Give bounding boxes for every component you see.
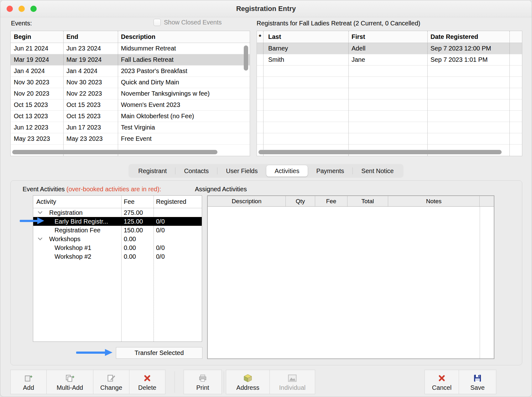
activity-name: Workshop #1 [55,244,91,251]
activities-column-activity: Activity [33,198,121,205]
event-begin: Nov 30 2023 [11,79,63,86]
event-row-selected[interactable]: Mar 19 2024 Mar 19 2024 Fall Ladies Retr… [11,54,250,66]
window-title: Registration Entry [0,0,532,17]
event-begin: Jun 21 2024 [11,45,63,52]
registrant-empty-row [257,88,522,99]
activity-row-selected[interactable]: Early Bird Registr... 125.00 0/0 [33,217,202,226]
activity-fee: 0.00 [121,236,154,243]
event-end: Nov 22 2023 [63,90,118,97]
add-button[interactable]: Add [10,370,47,394]
chevron-down-icon[interactable] [38,209,42,214]
column-separator [63,31,64,156]
activity-row[interactable]: Registration Fee 150.00 0/0 [33,226,202,235]
event-end: Mar 19 2024 [63,56,118,63]
overbooked-note: (over-booked activities are in red): [66,186,161,193]
event-description: Quick and Dirty Main [118,79,250,86]
registrants-column-date[interactable]: Date Registered [427,33,522,40]
activity-registered: 0/0 [154,218,202,225]
registrants-column-last[interactable]: Last [263,33,348,40]
activity-fee: 0.00 [121,253,154,260]
tab-contacts[interactable]: Contacts [175,165,217,177]
scrollbar-track-line [480,207,480,358]
assigned-column-description: Description [208,196,286,206]
vertical-scrollbar-thumb[interactable] [244,45,248,71]
zoom-window-button[interactable] [30,6,37,12]
activity-name: Registration Fee [55,227,101,234]
activity-row[interactable]: Workshop #2 0.00 0/0 [33,252,202,261]
individual-button[interactable]: Individual [269,370,315,394]
activity-fee: 125.00 [121,218,154,225]
event-end: Jun 17 2023 [63,124,118,131]
multi-add-button[interactable]: Multi-Add [46,370,93,394]
event-row[interactable]: Jun 12 2023 Jun 17 2023 Test Virginia [11,122,250,133]
event-begin: Oct 15 2023 [11,101,63,109]
horizontal-scrollbar-thumb[interactable] [258,150,502,154]
event-row[interactable]: Oct 15 2023 Oct 15 2023 Women's Event 20… [11,99,250,111]
activities-column-registered: Registered [154,198,202,205]
save-icon [473,373,482,383]
transfer-selected-button[interactable]: Transfer Selected [116,347,202,359]
event-end: Nov 30 2023 [63,79,118,86]
add-icon [24,373,33,383]
registrant-first: Adell [348,45,427,52]
chevron-down-icon[interactable] [38,236,42,240]
column-separator [263,31,263,156]
assigned-column-total: Total [347,196,388,206]
cancel-button[interactable]: Cancel [425,370,459,394]
tab-user-fields[interactable]: User Fields [217,165,266,177]
event-row[interactable]: May 23 2023 May 23 2023 Free Event [11,133,250,145]
change-button[interactable]: Change [93,370,129,394]
registrants-column-first[interactable]: First [348,33,427,40]
tab-payments[interactable]: Payments [308,165,352,177]
show-closed-events-checkbox[interactable]: Show Closed Events [154,19,222,26]
cancel-icon [437,373,446,383]
registrants-column-star[interactable]: * [257,33,263,40]
delete-icon [143,373,152,383]
activities-table-header: Activity Fee Registered [33,196,202,208]
activity-fee: 150.00 [121,227,154,234]
activity-row[interactable]: Workshop #1 0.00 0/0 [33,243,202,252]
events-column-description[interactable]: Description [118,33,250,40]
event-row[interactable]: Jun 21 2024 Jun 23 2024 Midsummer Retrea… [11,43,250,54]
minimize-window-button[interactable] [18,6,25,12]
registrant-row[interactable]: Smith Jane Sep 7 2023 1:01 PM [257,54,522,66]
tab-activities[interactable]: Activities [266,165,308,177]
print-button[interactable]: Print [184,370,222,394]
registrant-row-selected[interactable]: Barney Adell Sep 7 2023 12:00 PM [257,43,522,54]
selected-activity-arrow-icon [20,217,44,225]
tab-sent-notice[interactable]: Sent Notice [353,165,402,177]
event-begin: Nov 20 2023 [11,90,63,97]
event-row[interactable]: Nov 30 2023 Nov 30 2023 Quick and Dirty … [11,77,250,88]
address-button[interactable]: Address [226,370,270,394]
event-begin: Mar 19 2024 [11,56,63,63]
tab-registrant[interactable]: Registrant [130,165,175,177]
registrant-last: Smith [263,56,348,63]
registrant-date: Sep 7 2023 1:01 PM [427,56,522,63]
event-begin: Jan 4 2024 [11,67,63,75]
column-separator [118,31,118,156]
cancel-button-label: Cancel [432,384,451,391]
event-row[interactable]: Oct 13 2023 Oct 15 2023 Main Oktoberfest… [11,111,250,122]
change-button-label: Change [100,384,122,391]
assigned-column-qty: Qty [286,196,315,206]
event-row[interactable]: Nov 20 2023 Nov 22 2023 November Tanksgi… [11,88,250,99]
activity-group-row[interactable]: Registration 275.00 [33,208,202,217]
registrants-title: Registrants for Fall Ladies Retreat (2 C… [257,20,420,27]
activities-tab-panel: Event Activities (over-booked activities… [10,180,522,365]
event-end: Oct 15 2023 [63,113,118,120]
save-button[interactable]: Save [459,370,496,394]
show-closed-events-label: Show Closed Events [164,19,222,26]
events-column-begin[interactable]: Begin [11,33,63,40]
activity-registered: 0/0 [154,227,202,234]
event-row[interactable]: Jan 4 2024 Jan 4 2024 2023 Pastor's Brea… [11,66,250,77]
registrant-empty-row [257,122,522,133]
delete-button-label: Delete [138,384,156,391]
activity-group-row[interactable]: Workshops 0.00 [33,235,202,243]
horizontal-scrollbar-thumb[interactable] [12,150,217,154]
close-window-button[interactable] [7,6,13,12]
event-end: Jun 23 2024 [63,45,118,52]
registrants-table: * Last First Date Registered Barney Adel… [257,31,522,156]
delete-button[interactable]: Delete [129,370,165,394]
events-column-end[interactable]: End [63,33,118,40]
checkbox-icon[interactable] [154,19,161,26]
